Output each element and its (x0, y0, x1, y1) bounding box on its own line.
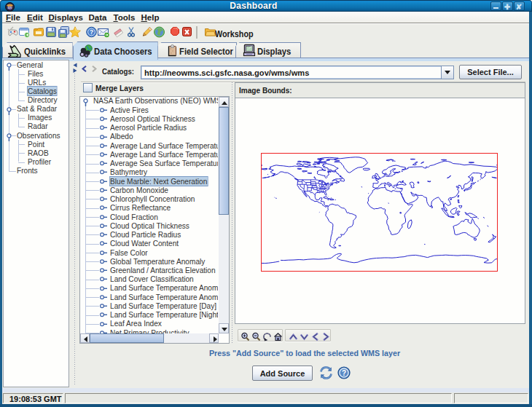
svg-text:?: ? (342, 369, 346, 377)
svg-text:?: ? (90, 28, 93, 36)
